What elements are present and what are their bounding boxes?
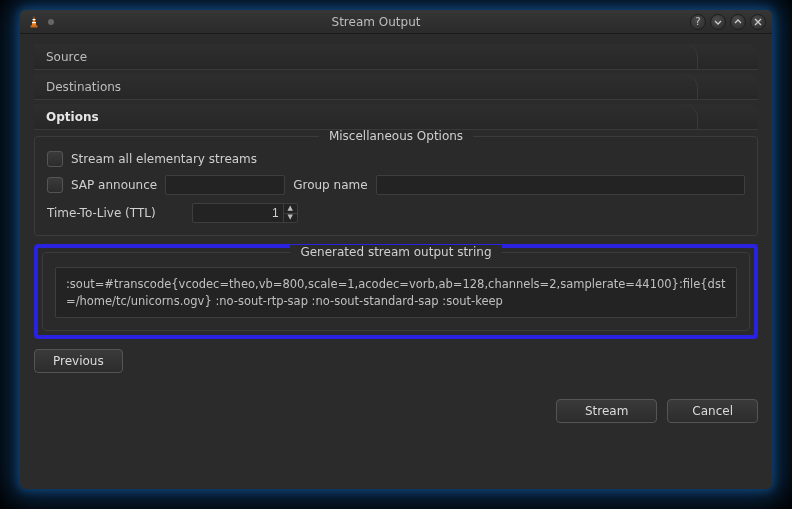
stream-all-label: Stream all elementary streams xyxy=(71,152,257,166)
cancel-button[interactable]: Cancel xyxy=(667,399,758,423)
tab-options[interactable]: Options xyxy=(34,104,758,130)
stream-button[interactable]: Stream xyxy=(556,399,657,423)
minimize-button[interactable] xyxy=(710,14,726,30)
titlebar: Stream Output ? xyxy=(20,10,772,34)
previous-button[interactable]: Previous xyxy=(34,349,123,373)
svg-rect-1 xyxy=(31,25,38,27)
generated-legend: Generated stream output string xyxy=(290,245,501,259)
tab-destinations[interactable]: Destinations xyxy=(34,74,758,100)
ttl-spinbox[interactable]: ▲ ▼ xyxy=(192,203,298,223)
group-name-label: Group name xyxy=(293,178,367,192)
misc-options-group: Miscellaneous Options Stream all element… xyxy=(34,136,758,236)
svg-marker-0 xyxy=(32,16,37,26)
maximize-button[interactable] xyxy=(730,14,746,30)
help-button[interactable]: ? xyxy=(690,14,706,30)
vlc-cone-icon xyxy=(26,14,42,30)
dialog-window: Stream Output ? Source Destinations Opti… xyxy=(20,10,772,489)
ttl-value-input[interactable] xyxy=(193,204,283,222)
tab-label: Destinations xyxy=(46,80,121,94)
svg-rect-2 xyxy=(33,19,36,20)
tab-label: Source xyxy=(46,50,87,64)
misc-legend: Miscellaneous Options xyxy=(319,129,473,143)
ttl-label: Time-To-Live (TTL) xyxy=(47,206,156,220)
ttl-step-down[interactable]: ▼ xyxy=(284,214,297,223)
ttl-step-up[interactable]: ▲ xyxy=(284,204,297,214)
generated-string-highlight: Generated stream output string :sout=#tr… xyxy=(34,244,758,339)
tab-label: Options xyxy=(46,110,99,124)
close-button[interactable] xyxy=(750,14,766,30)
generated-string-group: Generated stream output string :sout=#tr… xyxy=(42,252,750,331)
tab-source[interactable]: Source xyxy=(34,44,758,70)
group-name-input[interactable] xyxy=(376,175,745,195)
button-label: Previous xyxy=(53,354,104,368)
stream-all-checkbox[interactable] xyxy=(47,151,63,167)
svg-rect-3 xyxy=(32,22,36,23)
generated-output-string[interactable]: :sout=#transcode{vcodec=theo,vb=800,scal… xyxy=(55,267,737,318)
modified-indicator-icon xyxy=(48,19,54,25)
sap-announce-label: SAP announce xyxy=(71,178,157,192)
window-title: Stream Output xyxy=(62,15,690,29)
sap-announce-checkbox[interactable] xyxy=(47,177,63,193)
button-label: Stream xyxy=(585,404,628,418)
sap-announce-input[interactable] xyxy=(165,175,285,195)
button-label: Cancel xyxy=(692,404,733,418)
